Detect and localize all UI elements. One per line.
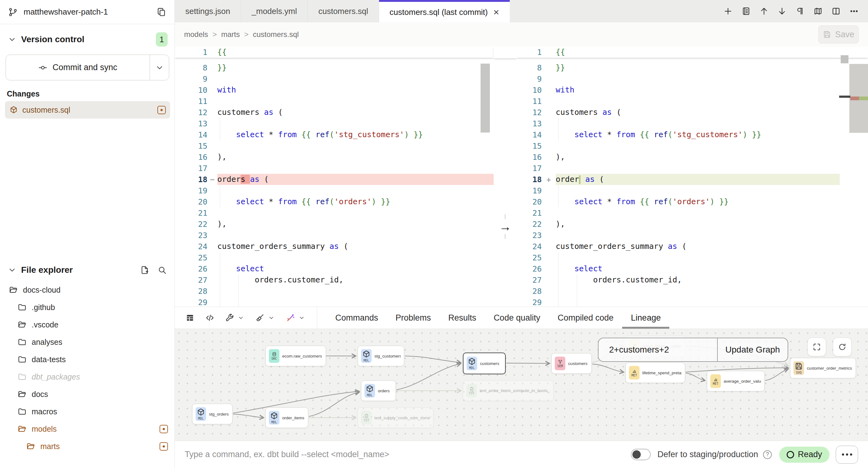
code-line-22[interactable]: 22), (175, 218, 494, 230)
code-line-24[interactable]: 24customer_orders_summary as ( (517, 241, 868, 252)
lineage-node-customers[interactable]: SEMcustomers (551, 353, 592, 374)
tab--models-yml[interactable]: _models.yml (241, 0, 308, 22)
fullscreen-button[interactable] (807, 338, 826, 356)
chevron-down-icon[interactable] (269, 315, 274, 321)
split-view-icon[interactable] (831, 6, 841, 16)
command-input[interactable]: Type a command, ex. dbt build --select <… (185, 450, 631, 459)
bottom-tab-lineage[interactable]: Lineage (622, 307, 669, 329)
code-line-15[interactable]: 15 (175, 140, 494, 151)
code-line-28[interactable]: 28 (175, 285, 494, 297)
code-line-24[interactable]: 24customer_orders_summary as ( (175, 241, 494, 252)
lineage-node-stg-orders[interactable]: MDLstg_orders (192, 404, 232, 424)
ellipsis-icon[interactable] (849, 6, 859, 16)
breadcrumb-part[interactable]: customers.sql (253, 30, 299, 39)
chevron-down-icon[interactable] (8, 35, 16, 43)
diff-pane-original[interactable]: 1{{8}}910with1112customers as (1314 sele… (175, 46, 494, 307)
wand-button[interactable] (282, 313, 310, 322)
version-control-header[interactable]: Version control 1 (0, 24, 175, 46)
code-line-21[interactable]: 21 (175, 207, 494, 218)
copy-icon[interactable] (156, 7, 166, 17)
lineage-node-order-items[interactable]: MDLorder_items (266, 407, 308, 428)
map-icon[interactable] (813, 6, 823, 16)
bottom-tab-commands[interactable]: Commands (327, 307, 387, 329)
close-tab-icon[interactable]: × (493, 7, 499, 17)
diff-pane-modified[interactable]: 1{{8}}910with1112customers as (1314 sele… (517, 46, 868, 307)
lineage-node-orders[interactable]: MDLorders (361, 380, 396, 401)
code-line-10[interactable]: 10with (175, 85, 494, 96)
broom-button[interactable] (252, 313, 279, 322)
code-line-19[interactable]: 19 (175, 185, 494, 196)
code-line-19[interactable]: 19 (517, 185, 868, 196)
code-line-23[interactable]: 23 (517, 230, 868, 241)
lineage-canvas[interactable]: SRCecom.raw_customersMDLstg_customersMDL… (175, 329, 868, 441)
file-tree-item--vscode[interactable]: .vscode (0, 316, 175, 333)
editor-scrollbar[interactable] (480, 46, 490, 307)
tab-settings-json[interactable]: settings.json (175, 0, 241, 22)
code-line-21[interactable]: 21 (517, 207, 868, 218)
diff-overview-ruler[interactable] (840, 46, 868, 307)
lineage-node-customer-order-metrics[interactable]: SVQcustomer_order_metrics (790, 358, 856, 378)
file-tree-item--github[interactable]: .github (0, 299, 175, 316)
lineage-node-customers[interactable]: MDLcustomers (463, 352, 506, 374)
file-tree-item-models[interactable]: models (0, 420, 175, 438)
file-tree-item-analyses[interactable]: analyses (0, 333, 175, 351)
file-explorer-header[interactable]: File explorer (0, 261, 175, 279)
code-line-11[interactable]: 11 (175, 96, 494, 107)
file-tree-item-docs-cloud[interactable]: docs-cloud (0, 281, 175, 299)
bottom-tab-code-quality[interactable]: Code quality (485, 307, 549, 329)
lineage-node-test-order-items-compute-to-bools-correctly[interactable]: TSTtest_order_items_compute_to_bools_cor… (463, 380, 554, 401)
changed-file-row[interactable]: customers.sql (5, 101, 170, 119)
bottom-tab-problems[interactable]: Problems (387, 307, 440, 329)
status-badge[interactable]: Ready (779, 446, 830, 463)
chevron-down-icon[interactable] (8, 266, 16, 274)
file-tree-item-data-tests[interactable]: data-tests (0, 351, 175, 368)
bottom-tab-results[interactable]: Results (440, 307, 485, 329)
pilcrow-icon[interactable] (795, 6, 805, 16)
code-line-29[interactable]: 29 (175, 297, 494, 307)
code-line-18[interactable]: 18+order as ( (517, 174, 868, 185)
commit-and-sync-button[interactable]: Commit and sync (6, 55, 150, 80)
revert-change-arrow[interactable]: → (494, 219, 517, 234)
code-line-9[interactable]: 9 (175, 73, 494, 85)
file-tree-item-marts[interactable]: marts (0, 438, 175, 455)
code-line-12[interactable]: 12customers as ( (175, 107, 494, 118)
lineage-node-stg-customers[interactable]: MDLstg_customers (358, 346, 404, 366)
bottom-tab-compiled-code[interactable]: Compiled code (549, 307, 622, 329)
chevron-down-icon[interactable] (238, 315, 244, 321)
lineage-node-test-supply-costs-sum-correctly[interactable]: TSTtest_supply_costs_sum_correctly (358, 407, 433, 428)
code-line-10[interactable]: 10with (517, 85, 868, 96)
table-button[interactable] (182, 313, 198, 322)
code-line-13[interactable]: 13 (517, 118, 868, 129)
code-line-22[interactable]: 22), (517, 218, 868, 230)
graph-selector-input[interactable]: 2+customers+2 (598, 338, 718, 361)
code-line-27[interactable]: 27 orders.customer_id, (517, 274, 868, 285)
refresh-graph-button[interactable] (833, 338, 851, 356)
code-line-25[interactable]: 25 (175, 252, 494, 263)
file-tree-item-dbt-packages[interactable]: dbt_packages (0, 368, 175, 385)
code-line-16[interactable]: 16), (517, 151, 868, 163)
lineage-node-average-order-value[interactable]: METaverage_order_value (707, 371, 765, 391)
search-icon[interactable] (157, 266, 167, 275)
file-tree-item-macros[interactable]: macros (0, 403, 175, 420)
code-line-20[interactable]: 20 select * from {{ ref('orders') }} (517, 196, 868, 207)
save-button[interactable]: Save (818, 26, 859, 43)
more-options-button[interactable] (836, 446, 858, 464)
code-line-20[interactable]: 20 select * from {{ ref('orders') }} (175, 196, 494, 207)
code-line-14[interactable]: 14 select * from {{ ref('stg_customers')… (175, 129, 494, 140)
code-line-12[interactable]: 12customers as ( (517, 107, 868, 118)
code-line-27[interactable]: 27 orders.customer_id, (175, 274, 494, 285)
code-line-26[interactable]: 26 select (517, 263, 868, 274)
update-graph-button[interactable]: Update Graph (718, 338, 787, 361)
new-file-icon[interactable] (140, 266, 149, 275)
code-line-15[interactable]: 15 (517, 140, 868, 151)
arrow-down-icon[interactable] (777, 6, 787, 16)
code-line-9[interactable]: 9 (517, 73, 868, 85)
scrollbar-thumb[interactable] (480, 64, 490, 132)
code-line-23[interactable]: 23 (175, 230, 494, 241)
plus-icon[interactable] (723, 6, 733, 16)
code-line-29[interactable]: 29 (517, 297, 868, 307)
commit-options-caret[interactable] (150, 55, 169, 80)
defer-toggle[interactable] (631, 449, 651, 460)
lineage-node-ecom-raw-customers[interactable]: SRCecom.raw_customers (266, 346, 326, 366)
wrench-button[interactable] (221, 313, 249, 322)
